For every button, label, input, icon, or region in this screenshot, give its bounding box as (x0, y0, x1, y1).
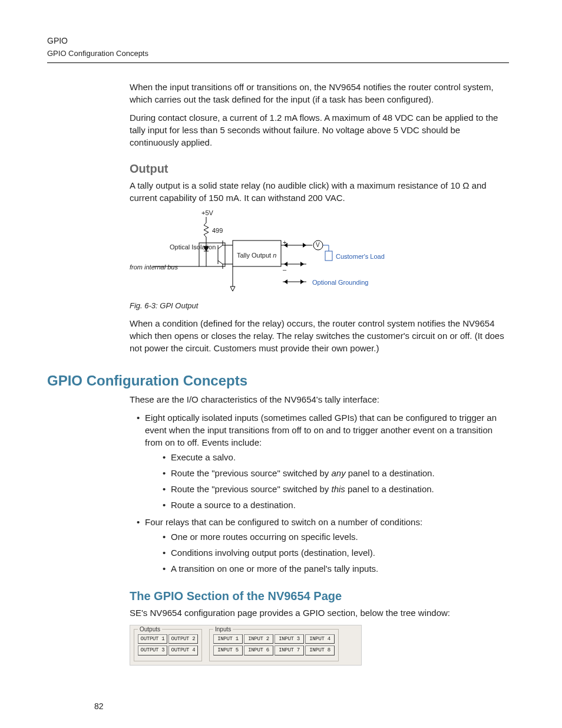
label-minus: – (283, 265, 286, 274)
concepts-list: Eight optically isolated inputs (sometim… (130, 411, 509, 575)
output-4-button[interactable]: OUTPUT 4 (168, 645, 198, 655)
intro-para-1: When the input transitions off or transi… (130, 81, 509, 106)
gpio-section-heading: The GPIO Section of the NV9654 Page (130, 588, 509, 604)
outputs-fieldset: Outputs OUTPUT 1 OUTPUT 2 OUTPUT 3 OUTPU… (134, 629, 202, 661)
inputs-fieldset: Inputs INPUT 1 INPUT 2 INPUT 3 INPUT 4 I… (209, 629, 339, 661)
bullet-text: Eight optically isolated inputs (sometim… (145, 413, 497, 447)
list-item: Route the "previous source" switched by … (163, 483, 509, 495)
input-6-button[interactable]: INPUT 6 (244, 645, 273, 655)
concepts-heading: GPIO Configuration Concepts (47, 371, 509, 391)
output-para-2: When a condition (defined for the relay)… (130, 317, 509, 354)
bullet-text: Four relays that can be configured to sw… (145, 517, 422, 527)
input-1-button[interactable]: INPUT 1 (213, 634, 243, 644)
list-item: Route the "previous source" switched by … (163, 467, 509, 479)
output-2-button[interactable]: OUTPUT 2 (168, 634, 198, 644)
figure-caption: Fig. 6-3: GPI Output (130, 301, 509, 311)
outputs-legend: Outputs (138, 625, 162, 634)
label-499: 499 (212, 226, 223, 235)
svg-marker-20 (230, 286, 235, 291)
list-item: Route a source to a destination. (163, 499, 509, 511)
input-7-button[interactable]: INPUT 7 (275, 645, 304, 655)
input-2-button[interactable]: INPUT 2 (244, 634, 273, 644)
input-3-button[interactable]: INPUT 3 (275, 634, 304, 644)
list-item: Execute a salvo. (163, 451, 509, 463)
label-tally-output: Tally Output n (237, 251, 276, 260)
input-8-button[interactable]: INPUT 8 (305, 645, 335, 655)
label-optical-isolation: Optical Isolation (170, 243, 198, 252)
concepts-body: These are the I/O characteristics of the… (130, 393, 509, 666)
page-number: 82 (94, 701, 104, 713)
label-5v: +5V (201, 209, 213, 218)
label-from-internal-bus: from internal bus (130, 263, 178, 272)
gpio-section-para: SE's NV9654 configuration page provides … (130, 607, 509, 619)
running-head-title: GPIO (47, 35, 509, 47)
label-customers-load: Customer's Load (336, 252, 385, 261)
running-head-subtitle: GPIO Configuration Concepts (47, 48, 509, 59)
svg-rect-21 (325, 251, 332, 261)
concepts-intro: These are the I/O characteristics of the… (130, 393, 509, 406)
svg-line-8 (218, 261, 223, 264)
list-item: Four relays that can be configured to sw… (137, 516, 509, 575)
label-optional-grounding: Optional Grounding (312, 278, 368, 287)
output-para-1: A tally output is a solid state relay (n… (130, 179, 509, 204)
label-v: V (316, 241, 320, 249)
list-item: One or more routes occurring on specific… (163, 531, 509, 543)
list-item: Eight optically isolated inputs (sometim… (137, 411, 509, 511)
body-content: When the input transitions off or transi… (130, 81, 509, 354)
input-5-button[interactable]: INPUT 5 (213, 645, 243, 655)
gpi-output-diagram: +5V 499 Optical Isolation from internal … (130, 210, 377, 298)
list-item: A transition on one or more of the panel… (163, 562, 509, 575)
label-plus: + (283, 238, 286, 247)
input-4-button[interactable]: INPUT 4 (305, 634, 335, 644)
output-heading: Output (130, 160, 509, 177)
svg-line-7 (218, 245, 223, 249)
intro-para-2: During contact closure, a current of 1.2… (130, 111, 509, 149)
header-rule (47, 62, 509, 63)
output-1-button[interactable]: OUTPUT 1 (138, 634, 167, 644)
list-item: Conditions involving output ports (desti… (163, 546, 509, 559)
inputs-legend: Inputs (213, 625, 233, 634)
gpio-panel-screenshot: Outputs OUTPUT 1 OUTPUT 2 OUTPUT 3 OUTPU… (130, 625, 362, 666)
output-3-button[interactable]: OUTPUT 3 (138, 645, 167, 655)
